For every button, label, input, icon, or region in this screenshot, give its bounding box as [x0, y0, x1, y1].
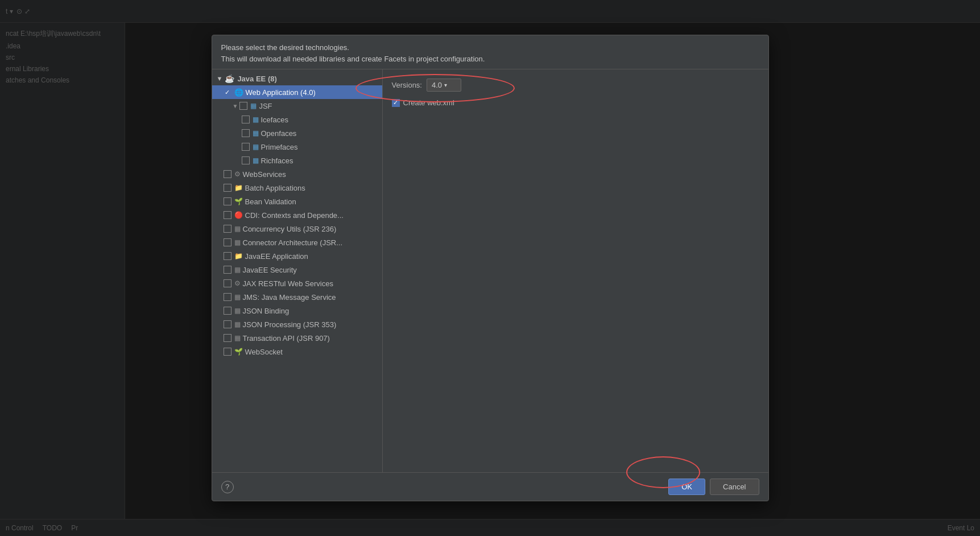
tree-item-transaction[interactable]: ▦ Transaction API (JSR 907)	[212, 331, 382, 345]
checkbox-connector[interactable]	[224, 238, 231, 246]
tree-item-openfaces[interactable]: ▦ Openfaces	[212, 126, 382, 140]
help-icon[interactable]: ?	[221, 481, 234, 493]
checkbox-json-processing[interactable]	[224, 320, 231, 328]
checkbox-jms[interactable]	[224, 293, 231, 301]
create-xml-row[interactable]: ✓ Create web.xml	[392, 98, 759, 107]
checkbox-concurrency[interactable]	[224, 225, 231, 233]
checkbox-bean-validation[interactable]	[224, 197, 231, 205]
checkbox-jax-restful[interactable]	[224, 279, 231, 287]
tree-item-label-cdi: CDI: Contexts and Depende...	[245, 211, 344, 220]
tree-item-label-transaction: Transaction API (JSR 907)	[243, 334, 330, 343]
cancel-button[interactable]: Cancel	[710, 479, 759, 495]
tree-item-label-json-binding: JSON Binding	[243, 307, 290, 315]
tree-item-websocket[interactable]: 🌱 WebSocket	[212, 345, 382, 358]
tree-item-label-jms: JMS: Java Message Service	[243, 293, 336, 302]
bean-icon: 🌱	[234, 197, 243, 205]
checkbox-richfaces[interactable]	[242, 156, 250, 164]
tree-item-label-primefaces: Primefaces	[261, 143, 298, 151]
tree-item-label-javaee-security: JavaEE Security	[243, 266, 297, 274]
web-app-icon: 🌐	[234, 88, 243, 97]
tree-item-primefaces[interactable]: ▦ Primefaces	[212, 140, 382, 154]
version-value: 4.0	[432, 81, 442, 89]
checkbox-web-application[interactable]: ✓	[224, 88, 231, 96]
config-panel: Versions: 4.0 ▾ ✓ Create web.xml	[383, 69, 768, 472]
tree-item-cdi[interactable]: 🔴 CDI: Contexts and Depende...	[212, 208, 382, 222]
checkbox-icefaces[interactable]	[242, 116, 250, 123]
tree-item-label-richfaces: Richfaces	[261, 156, 293, 165]
tree-item-batch-applications[interactable]: 📁 Batch Applications	[212, 181, 382, 195]
tree-item-bean-validation[interactable]: 🌱 Bean Validation	[212, 195, 382, 208]
tree-item-connector[interactable]: ▦ Connector Architecture (JSR...	[212, 236, 382, 249]
modal-body: ▼ ☕ Java EE (8) ✓ 🌐 Web Application (4.0…	[212, 69, 768, 472]
tree-group-java-ee[interactable]: ▼ ☕ Java EE (8)	[212, 72, 382, 85]
help-icon-label: ?	[225, 483, 229, 491]
checkbox-javaee-security[interactable]	[224, 266, 231, 274]
tree-item-label-jsf: JSF	[259, 102, 272, 110]
jsf-collapse-arrow: ▼	[233, 103, 238, 109]
modal-dialog: Please select the desired technologies. …	[212, 35, 769, 501]
tree-item-webservices[interactable]: ⚙ WebServices	[212, 167, 382, 181]
websocket-icon: 🌱	[234, 348, 243, 356]
batch-icon: 📁	[234, 184, 243, 192]
version-dropdown[interactable]: 4.0 ▾	[427, 79, 461, 92]
tree-item-jax-restful[interactable]: ⚙ JAX RESTful Web Services	[212, 277, 382, 290]
checkbox-openfaces[interactable]	[242, 129, 250, 137]
tree-item-label-batch-applications: Batch Applications	[245, 184, 305, 192]
tree-item-label-json-processing: JSON Processing (JSR 353)	[243, 320, 337, 329]
java-ee-arrow-icon: ▼	[217, 75, 223, 82]
jms-icon: ▦	[234, 293, 241, 301]
tree-item-icefaces[interactable]: ▦ Icefaces	[212, 113, 382, 126]
jax-icon: ⚙	[234, 279, 241, 287]
java-ee-label: Java EE (8)	[237, 75, 276, 83]
checkbox-cdi[interactable]	[224, 211, 231, 219]
checkbox-websocket[interactable]	[224, 348, 231, 356]
java-ee-icon: ☕	[225, 74, 234, 83]
primefaces-icon: ▦	[253, 143, 259, 151]
checkbox-batch[interactable]	[224, 184, 231, 192]
richfaces-icon: ▦	[253, 156, 259, 164]
webservices-icon: ⚙	[234, 170, 241, 178]
checkbox-transaction[interactable]	[224, 334, 231, 342]
modal-header-line2: This will download all needed libraries …	[221, 53, 759, 65]
tree-item-label-jax-restful: JAX RESTful Web Services	[243, 279, 333, 288]
tree-item-label-javaee-app: JavaEE Application	[245, 252, 308, 261]
tree-item-label-icefaces: Icefaces	[261, 116, 288, 124]
checkbox-javaee-app[interactable]	[224, 252, 231, 260]
tree-item-concurrency[interactable]: ▦ Concurrency Utils (JSR 236)	[212, 222, 382, 236]
modal-overlay: Please select the desired technologies. …	[0, 0, 980, 536]
tree-item-richfaces[interactable]: ▦ Richfaces	[212, 154, 382, 167]
checkbox-webservices[interactable]	[224, 170, 231, 178]
tree-item-jsf[interactable]: ▼ ▦ JSF	[212, 99, 382, 113]
json-processing-icon: ▦	[234, 320, 241, 328]
tree-item-web-application[interactable]: ✓ 🌐 Web Application (4.0)	[212, 85, 382, 99]
tree-item-label-bean-validation: Bean Validation	[245, 197, 296, 206]
tree-item-json-binding[interactable]: ▦ JSON Binding	[212, 304, 382, 318]
checkbox-json-binding[interactable]	[224, 307, 231, 315]
javaee-security-icon: ▦	[234, 266, 241, 274]
create-xml-checkbox[interactable]: ✓	[392, 99, 400, 107]
tree-item-json-processing[interactable]: ▦ JSON Processing (JSR 353)	[212, 318, 382, 331]
tree-item-label-connector: Connector Architecture (JSR...	[243, 238, 343, 247]
versions-label: Versions:	[392, 81, 422, 89]
concurrency-icon: ▦	[234, 225, 241, 233]
tree-item-jms[interactable]: ▦ JMS: Java Message Service	[212, 290, 382, 304]
footer-buttons: OK Cancel	[668, 479, 759, 495]
modal-header-line1: Please select the desired technologies.	[221, 42, 759, 53]
versions-row: Versions: 4.0 ▾	[392, 79, 759, 92]
jsf-icon: ▦	[250, 102, 257, 110]
ok-button[interactable]: OK	[668, 479, 705, 495]
dropdown-arrow-icon: ▾	[444, 82, 447, 88]
tree-item-javaee-app[interactable]: 📁 JavaEE Application	[212, 249, 382, 263]
openfaces-icon: ▦	[253, 129, 259, 137]
json-binding-icon: ▦	[234, 307, 241, 315]
connector-icon: ▦	[234, 238, 241, 246]
checkbox-jsf[interactable]	[239, 102, 247, 110]
modal-header: Please select the desired technologies. …	[212, 35, 768, 69]
cdi-icon: 🔴	[234, 211, 243, 219]
checkbox-primefaces[interactable]	[242, 143, 250, 151]
tree-item-label-concurrency: Concurrency Utils (JSR 236)	[243, 225, 337, 233]
modal-footer: ? OK Cancel	[212, 472, 768, 501]
create-xml-label: Create web.xml	[403, 98, 454, 107]
tree-panel[interactable]: ▼ ☕ Java EE (8) ✓ 🌐 Web Application (4.0…	[212, 69, 383, 472]
tree-item-javaee-security[interactable]: ▦ JavaEE Security	[212, 263, 382, 277]
